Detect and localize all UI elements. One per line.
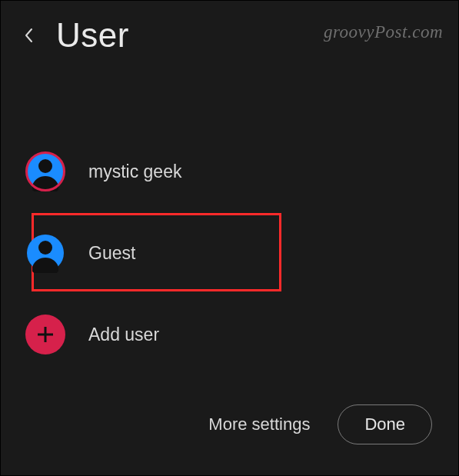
add-user-label: Add user — [88, 325, 159, 345]
watermark: groovyPost.com — [324, 22, 443, 42]
chevron-left-icon — [24, 28, 33, 43]
selected-ring-icon — [25, 151, 65, 191]
user-list: mystic geek Guest Add user — [1, 136, 458, 370]
done-button[interactable]: Done — [338, 404, 432, 444]
more-settings-link[interactable]: More settings — [208, 414, 310, 434]
person-icon — [25, 233, 65, 273]
svg-point-3 — [38, 241, 52, 255]
page-title: User — [56, 16, 129, 55]
avatar-guest — [25, 233, 65, 273]
avatar-current — [25, 151, 65, 191]
user-label-current: mystic geek — [88, 161, 181, 182]
user-item-current[interactable]: mystic geek — [16, 136, 443, 207]
back-button[interactable] — [19, 26, 38, 45]
add-user-item[interactable]: Add user — [16, 299, 443, 370]
plus-icon — [25, 315, 65, 355]
annotation-highlight — [32, 213, 281, 291]
add-user-icon-wrap — [25, 315, 65, 355]
footer: More settings Done — [208, 404, 432, 444]
user-label-guest: Guest — [88, 243, 135, 264]
user-item-guest[interactable]: Guest — [16, 218, 443, 288]
